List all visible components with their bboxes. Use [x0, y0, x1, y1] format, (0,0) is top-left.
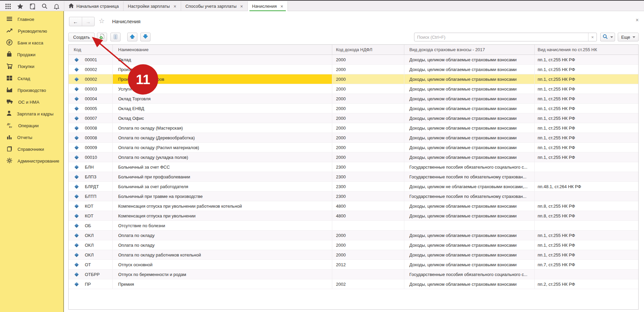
create-group-button[interactable] [97, 33, 107, 41]
table-row[interactable]: БЛНБольничный за счет ФСС2300Государстве… [69, 162, 638, 172]
sidebar-item-label: Операции [18, 123, 39, 128]
insurance-type-cell: Доходы, целиком не облагаемые страховыми… [404, 182, 535, 191]
sidebar-item-руководителю[interactable]: Руководителю [0, 25, 63, 37]
table-row[interactable]: ОБОтсутствие по болезни [69, 221, 638, 231]
search-clear-icon[interactable]: × [588, 33, 597, 41]
table-row[interactable]: 00007Оклад Офис2000Доходы, целиком облаг… [69, 113, 638, 123]
sidebar-item-администрирование[interactable]: Администрирование [0, 155, 63, 167]
sidebar-item-label: Банк и касса [18, 40, 43, 45]
article-255-cell [535, 221, 639, 230]
global-search-icon[interactable] [41, 3, 48, 10]
notifications-bell-icon[interactable] [53, 3, 60, 10]
tab-home[interactable]: Начальная страница [64, 1, 124, 11]
sidebar-item-склад[interactable]: Склад [0, 72, 63, 84]
favorites-star-icon[interactable] [17, 3, 24, 10]
name-cell: Оклад ЕНВД [113, 104, 332, 113]
ndfl-code-cell: 2000 [332, 231, 404, 240]
more-button[interactable]: Еще [618, 33, 639, 41]
table-row[interactable]: 00008Оплата по окладу (Деревообработка)2… [69, 133, 638, 143]
sidebar-item-покупки[interactable]: Покупки [0, 61, 63, 72]
column-header-ndfl-code[interactable]: Код дохода НДФЛ [332, 45, 404, 55]
table-row[interactable]: 00005Оклад ЕНВД2000Доходы, целиком облаг… [69, 104, 638, 113]
history-scroll-icon[interactable] [29, 3, 36, 10]
table-row[interactable]: КОТКомпенсация отпуска при увольнении480… [69, 211, 638, 221]
table-row[interactable]: БЛПЗБольничный при профзаболевании2300Го… [69, 172, 638, 182]
article-255-cell [535, 270, 639, 279]
move-down-button[interactable] [140, 33, 150, 41]
column-header-insurance-income-type[interactable]: Вид дохода страховые взносы - 2017 [404, 45, 535, 55]
table-row[interactable]: 00002Производство шкафов2000Доходы, цели… [69, 74, 638, 84]
books-icon [6, 146, 12, 153]
tab-accruals[interactable]: Начисления × [248, 1, 288, 11]
row-type-cell [69, 279, 83, 289]
tab-salary-settings[interactable]: Настройки зарплаты × [124, 1, 181, 11]
table-row[interactable]: 00001Оклад2000Доходы, целиком облагаемые… [69, 55, 638, 65]
table-row[interactable]: ОКЛОплата по окладу работников котельной… [69, 250, 638, 260]
tab-label: Начальная страница [76, 4, 119, 9]
row-type-cell [69, 182, 83, 191]
table-row[interactable]: 00003Услуги котельной2000Доходы, целиком… [69, 84, 638, 94]
insurance-type-cell: Доходы, целиком облагаемые страховыми вз… [404, 104, 535, 113]
table-row[interactable]: 00008Оплата по окладу (Мастерская)2000До… [69, 123, 638, 133]
table-row[interactable]: 00009Оплата по окладу (Распил материалов… [69, 143, 638, 152]
accrual-diamond-icon [74, 282, 79, 286]
table-row[interactable]: ОКЛОплата по окладу2000Доходы, целиком о… [69, 240, 638, 250]
row-type-cell [69, 84, 83, 94]
sidebar-item-зарплата-и-кадры[interactable]: Зарплата и кадры [0, 108, 63, 120]
ndfl-code-cell: 4800 [332, 211, 404, 220]
table-row[interactable]: 00002Производство2000Доходы, целиком обл… [69, 65, 638, 74]
accrual-diamond-icon [74, 253, 79, 257]
article-255-cell: пп.2, ст.255 НК РФ [535, 279, 639, 289]
article-255-cell: пп.8, ст.255 НК РФ [535, 211, 639, 220]
dropdown-arrow-icon [633, 36, 635, 38]
column-header-article-255[interactable]: Вид начисления по ст.255 НК [535, 45, 639, 55]
apps-grid-icon[interactable] [5, 3, 11, 10]
name-cell: Оплата по окладу (Деревообработка) [113, 133, 332, 142]
back-button[interactable]: ← [69, 17, 82, 26]
table-row[interactable]: БЛТПБольничный при травме на производств… [69, 192, 638, 201]
table-row[interactable]: БЛРДТБольничный за счет работодателя2300… [69, 182, 638, 192]
sidebar-item-ос-и-нма[interactable]: ОС и НМА [0, 96, 63, 108]
table-row[interactable]: ОКЛОплата по окладу2000Доходы, целиком о… [69, 231, 638, 240]
forward-button[interactable]: → [82, 17, 95, 26]
accrual-diamond-icon [74, 87, 79, 91]
table-row[interactable]: ОТБРРОтпуск по беременности и родамГосуд… [69, 270, 638, 279]
insurance-type-cell: Доходы, целиком облагаемые страховыми вз… [404, 123, 535, 133]
sidebar-item-главное[interactable]: Главное [0, 13, 63, 25]
table-row[interactable]: 00004Оклад Торговля2000Доходы, целиком о… [69, 94, 638, 104]
accruals-table: Код ↓ Наименование Код дохода НДФЛ Вид д… [68, 44, 639, 310]
list-view-button[interactable] [110, 33, 121, 41]
code-cell: 00002 [83, 65, 113, 74]
tab-label: Начисления [252, 4, 277, 9]
name-cell: Производство [113, 65, 332, 74]
search-input[interactable] [414, 33, 588, 41]
page-title: Начисления [112, 19, 140, 24]
form-close-icon[interactable]: × [636, 17, 639, 23]
row-type-cell [69, 104, 83, 113]
tab-close-icon[interactable]: × [240, 4, 243, 9]
column-header-name[interactable]: Наименование [113, 45, 332, 55]
search-button[interactable] [600, 33, 615, 41]
table-row[interactable]: ПРПремия2002Доходы, целиком облагаемые с… [69, 279, 638, 289]
ndfl-code-cell: 2000 [332, 250, 404, 259]
column-header-code[interactable]: Код ↓ [69, 45, 113, 55]
move-up-button[interactable] [127, 33, 137, 41]
sidebar-item-отчеты[interactable]: Отчеты [0, 132, 63, 143]
table-row[interactable]: ОТОтпуск основной2012Доходы, целиком обл… [69, 260, 638, 270]
create-button[interactable]: Создать [68, 33, 95, 41]
favorite-star-icon[interactable]: ☆ [99, 17, 105, 25]
accrual-diamond-icon [74, 145, 79, 150]
sidebar-item-операции[interactable]: ДтКтОперации [0, 120, 63, 132]
sidebar-item-справочники[interactable]: Справочники [0, 143, 63, 155]
table-row[interactable]: 00010Оплата по окладу (укладка полов)200… [69, 152, 638, 162]
sidebar-item-продажи[interactable]: Продажи [0, 49, 63, 61]
tab-close-icon[interactable]: × [173, 4, 176, 9]
sidebar-item-производство[interactable]: Производство [0, 84, 63, 96]
tab-close-icon[interactable]: × [280, 4, 283, 9]
table-row[interactable]: КОТКомпенсация отпуска при увольнении ра… [69, 201, 638, 211]
code-cell: 00010 [83, 152, 113, 162]
ndfl-code-cell: 2012 [332, 260, 404, 269]
tab-salary-accounting-methods[interactable]: Способы учета зарплаты × [181, 1, 248, 11]
code-cell: 00003 [83, 84, 113, 94]
sidebar-item-банк-и-касса[interactable]: ₽Банк и касса [0, 37, 63, 49]
